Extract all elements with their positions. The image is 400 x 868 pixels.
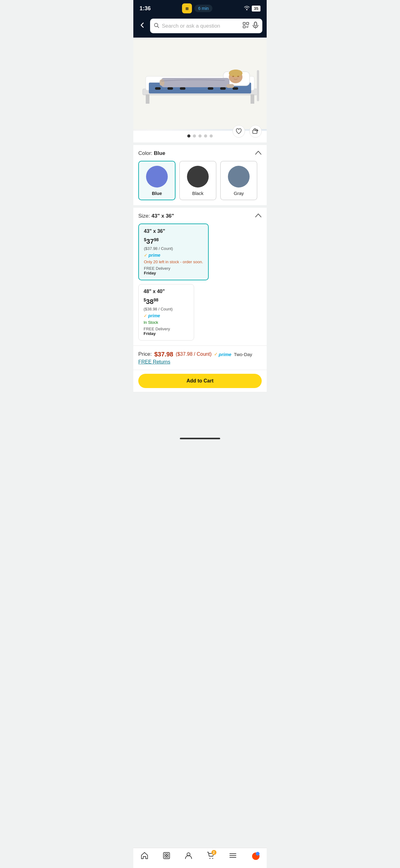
svg-rect-16 <box>208 87 213 90</box>
divider-2 <box>133 205 267 208</box>
svg-rect-17 <box>220 87 226 90</box>
size-collapse-icon[interactable] <box>255 213 262 219</box>
battery-indicator: 35 <box>252 6 261 11</box>
color-value: Blue <box>154 150 165 156</box>
svg-rect-20 <box>161 78 229 87</box>
prime-badge: ✓ prime <box>143 313 189 318</box>
svg-rect-22 <box>226 84 234 88</box>
dot-4[interactable] <box>204 134 207 137</box>
delivery-day: Friday <box>144 271 203 275</box>
color-name-black: Black <box>192 191 204 196</box>
prime-badge-price: ✓ prime <box>214 351 231 357</box>
delivery-info: FREE Delivery <box>144 266 203 271</box>
svg-rect-10 <box>251 94 254 104</box>
svg-point-2 <box>155 23 158 27</box>
color-circle-blue <box>146 166 168 187</box>
svg-point-25 <box>232 76 234 77</box>
color-collapse-icon[interactable] <box>255 150 262 156</box>
color-title: Color: Blue <box>138 150 165 156</box>
color-option-black[interactable]: Black <box>179 161 216 200</box>
prime-checkmark: ✓ <box>144 253 147 258</box>
share-button[interactable] <box>249 125 262 137</box>
color-name-blue: Blue <box>152 191 162 196</box>
size-option-0[interactable]: 43" x 36" $3798 ($37.98 / Count) ✓ prime… <box>138 223 209 280</box>
wifi-icon <box>244 5 250 11</box>
search-icon <box>154 23 159 30</box>
svg-rect-13 <box>155 87 161 90</box>
search-right-icons <box>242 22 259 30</box>
dot-1[interactable] <box>187 134 190 137</box>
size-price: $3798 <box>144 237 203 246</box>
price-per-count: ($37.98 / Count) <box>144 246 203 251</box>
app-icon: ⊞ <box>182 3 192 13</box>
prime-text: prime <box>148 253 160 258</box>
svg-rect-9 <box>146 94 149 104</box>
size-value: 43" x 36" <box>152 213 174 219</box>
svg-point-26 <box>237 76 239 77</box>
divider-1 <box>133 143 267 145</box>
svg-rect-6 <box>254 22 257 26</box>
image-actions <box>233 125 262 137</box>
color-circle-black <box>187 166 209 187</box>
size-option-label: 48" x 40" <box>143 289 189 294</box>
svg-rect-18 <box>233 87 238 90</box>
color-option-blue[interactable]: Blue <box>138 161 175 200</box>
price-value: $37.98 <box>154 351 173 358</box>
product-image <box>133 37 267 131</box>
dot-3[interactable] <box>198 134 202 137</box>
bottom-spacer <box>133 392 267 435</box>
prime-text: prime <box>148 313 160 318</box>
home-indicator <box>180 438 220 439</box>
dot-5[interactable] <box>210 134 213 137</box>
prime-badge: ✓ prime <box>144 253 203 258</box>
wishlist-button[interactable] <box>233 125 245 137</box>
size-section: Size: 43" x 36" 43" x 36" $3798 ($37.98 … <box>133 208 267 345</box>
color-name-gray: Gray <box>234 191 244 196</box>
delivery-info: FREE Delivery <box>143 327 189 331</box>
svg-point-24 <box>229 69 242 77</box>
back-button[interactable] <box>138 21 147 32</box>
color-section: Color: Blue Blue Black Gray <box>133 145 267 205</box>
size-option-label: 43" x 36" <box>144 228 203 234</box>
mic-icon[interactable] <box>253 22 259 30</box>
svg-rect-21 <box>160 80 164 86</box>
price-per-count: ($38.98 / Count) <box>143 307 189 311</box>
status-time: 1:36 <box>139 5 151 12</box>
svg-text:⊞: ⊞ <box>186 6 189 11</box>
status-right: 35 <box>244 5 261 11</box>
stock-warning-text: Only 20 left in stock - order soon. <box>144 259 203 264</box>
price-label: Price: <box>138 351 152 357</box>
size-option-1[interactable]: 48" x 40" $3898 ($38.98 / Count) ✓ prime… <box>138 284 194 340</box>
size-label: Size: <box>138 213 152 219</box>
add-to-cart-button[interactable]: Add to Cart <box>138 374 262 388</box>
svg-rect-15 <box>180 87 186 90</box>
size-options-list: 43" x 36" $3798 ($37.98 / Count) ✓ prime… <box>138 223 262 341</box>
free-returns-link[interactable]: FREE Returns <box>138 359 262 365</box>
product-image-area <box>133 37 267 143</box>
status-center: ⊞ 6 min <box>182 3 212 13</box>
price-section: Price: $37.98 ($37.98 / Count) ✓ prime T… <box>133 345 267 370</box>
search-bar[interactable]: Search or ask a question <box>150 19 262 33</box>
delivery-day: Friday <box>143 331 189 336</box>
two-day-label: Two-Day <box>234 352 252 357</box>
dot-2[interactable] <box>193 134 196 137</box>
svg-rect-4 <box>246 22 249 25</box>
scan-icon[interactable] <box>242 22 249 30</box>
search-placeholder: Search or ask a question <box>162 23 240 29</box>
image-dots <box>187 134 213 137</box>
size-section-header[interactable]: Size: 43" x 36" <box>138 213 262 219</box>
timer-pill: 6 min <box>194 5 212 12</box>
price-count: ($37.98 / Count) <box>176 351 212 357</box>
size-title: Size: 43" x 36" <box>138 213 174 219</box>
prime-checkmark: ✓ <box>143 313 147 318</box>
price-row: Price: $37.98 ($37.98 / Count) ✓ prime T… <box>138 351 262 358</box>
svg-rect-3 <box>243 22 245 25</box>
color-label: Color: <box>138 150 154 156</box>
color-option-gray[interactable]: Gray <box>220 161 257 200</box>
search-bar-container: Search or ask a question <box>133 16 267 37</box>
add-to-cart-area: Add to Cart <box>133 370 267 392</box>
in-stock-text: In Stock <box>143 320 189 325</box>
color-section-header[interactable]: Color: Blue <box>138 150 262 156</box>
prime-check-price: ✓ <box>214 351 218 357</box>
status-bar: 1:36 ⊞ 6 min 35 <box>133 0 267 16</box>
